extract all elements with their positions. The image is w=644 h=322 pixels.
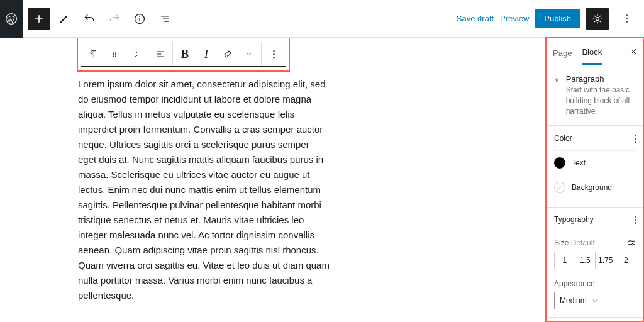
appearance-label: Appearance: [554, 279, 636, 288]
edit-mode-button[interactable]: [53, 8, 75, 30]
main-area: B I Lorem ipsum dolor sit amet, consecte…: [0, 38, 644, 322]
size-option-4[interactable]: 2: [616, 252, 636, 269]
color-text-label: Text: [572, 158, 586, 167]
align-left-icon: [155, 49, 165, 59]
sliders-icon[interactable]: [626, 238, 636, 248]
svg-point-9: [630, 240, 631, 242]
sidebar-tabs: Page Block: [547, 38, 644, 65]
wordpress-icon: [5, 13, 18, 25]
undo-button[interactable]: [78, 8, 101, 30]
appearance-value: Medium: [560, 296, 587, 305]
publish-button[interactable]: Publish: [535, 9, 580, 28]
pilcrow-icon: [554, 74, 560, 87]
list-icon: [158, 13, 171, 25]
svg-point-7: [113, 55, 114, 57]
block-info: Paragraph Start with the basic building …: [547, 65, 644, 125]
svg-point-5: [113, 53, 114, 55]
redo-button[interactable]: [103, 8, 126, 30]
size-option-1[interactable]: 1: [555, 252, 575, 269]
appearance-select[interactable]: Medium: [554, 292, 604, 309]
move-updown-button[interactable]: [125, 42, 147, 66]
chevron-down-icon: [245, 50, 253, 58]
top-toolbar: Save draft Preview Publish: [0, 0, 644, 38]
swatch-text: [554, 157, 565, 169]
pilcrow-icon: [88, 49, 98, 59]
list-view-button[interactable]: [153, 8, 176, 30]
panel-typography-header[interactable]: Typography: [547, 208, 644, 231]
kebab-icon: [273, 50, 275, 58]
kebab-icon: [626, 14, 628, 23]
panel-advanced: Advanced: [547, 317, 644, 322]
color-background-row[interactable]: Background: [554, 175, 636, 199]
bold-button[interactable]: B: [174, 42, 196, 66]
svg-point-2: [596, 17, 599, 20]
block-toolbar-highlight: B I: [78, 38, 289, 70]
link-button[interactable]: [217, 42, 238, 66]
pencil-icon: [58, 13, 70, 25]
block-toolbar: B I: [80, 42, 286, 67]
chevron-updown-icon: [131, 48, 140, 60]
kebab-icon[interactable]: [635, 135, 636, 143]
size-option-2[interactable]: 1.5: [575, 252, 596, 269]
svg-point-4: [115, 52, 116, 53]
panel-typography: Typography Size Default 1 1.5 1.75 2 App…: [547, 207, 644, 317]
plus-icon: [33, 13, 45, 25]
svg-point-3: [113, 52, 114, 53]
panel-typography-title: Typography: [554, 215, 594, 224]
close-icon: [629, 47, 638, 56]
size-option-3[interactable]: 1.75: [596, 252, 616, 269]
panel-color: Color Text Background: [547, 126, 644, 207]
kebab-icon[interactable]: [635, 216, 636, 224]
block-type-title: Paragraph: [566, 74, 636, 84]
close-sidebar-button[interactable]: [629, 47, 638, 56]
preview-button[interactable]: Preview: [500, 14, 529, 23]
gear-icon: [591, 13, 604, 25]
align-button[interactable]: [150, 42, 171, 66]
panel-color-title: Color: [554, 134, 572, 143]
undo-icon: [83, 13, 96, 25]
color-text-row[interactable]: Text: [554, 150, 636, 175]
topbar-right-actions: Save draft Preview Publish: [457, 8, 644, 30]
drag-handle[interactable]: [104, 42, 125, 66]
size-label: Size Default: [554, 238, 595, 247]
chevron-down-icon: [591, 297, 599, 304]
svg-point-8: [115, 55, 116, 57]
tab-page[interactable]: Page: [553, 40, 572, 64]
add-block-button[interactable]: [28, 8, 50, 30]
settings-sidebar: Page Block Paragraph Start with the basi…: [546, 38, 644, 322]
redo-icon: [108, 13, 121, 25]
tab-block[interactable]: Block: [582, 38, 602, 65]
topbar-left-tools: [23, 8, 176, 30]
svg-point-6: [115, 53, 116, 55]
more-formatting-button[interactable]: [238, 42, 260, 66]
block-options-button[interactable]: [263, 42, 284, 66]
save-draft-button[interactable]: Save draft: [457, 14, 494, 23]
drag-icon: [109, 49, 119, 59]
link-icon: [222, 48, 233, 60]
info-button[interactable]: [128, 8, 151, 30]
info-icon: [133, 13, 146, 25]
color-background-label: Background: [572, 183, 612, 192]
settings-button[interactable]: [586, 8, 609, 30]
size-buttons: 1 1.5 1.75 2: [554, 252, 636, 269]
block-type-button[interactable]: [82, 42, 104, 66]
paragraph-block-2[interactable]: Quis eleifend quam adipiscing vitae proi…: [78, 319, 330, 322]
editor-canvas[interactable]: B I Lorem ipsum dolor sit amet, consecte…: [0, 38, 546, 322]
paragraph-block-1[interactable]: Lorem ipsum dolor sit amet, consectetur …: [78, 77, 330, 303]
wordpress-logo[interactable]: [0, 0, 23, 38]
panel-advanced-header[interactable]: Advanced: [547, 318, 644, 322]
svg-point-10: [632, 244, 634, 246]
italic-button[interactable]: I: [196, 42, 217, 66]
block-type-desc: Start with the basic building block of a…: [566, 85, 636, 116]
swatch-background: [554, 182, 565, 193]
more-options-button[interactable]: [615, 8, 638, 30]
panel-color-header[interactable]: Color: [547, 126, 644, 150]
